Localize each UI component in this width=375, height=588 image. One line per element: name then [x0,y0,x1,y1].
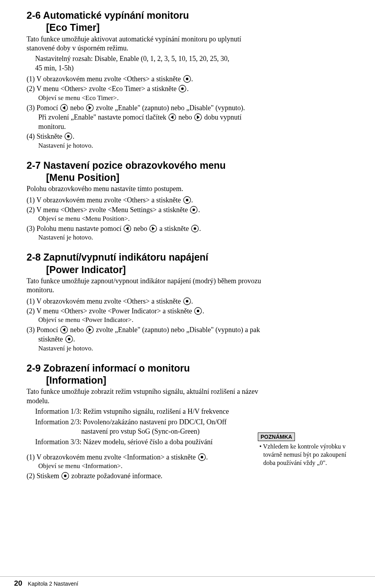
step-2-text-a: (2) Stiskem [27,472,61,480]
page-number: 20 [14,579,22,587]
step-1-text-a: (1) V obrazovkovém menu zvolte <Others> … [27,297,183,305]
step-3-text-c: a stiskněte [157,225,190,232]
range-line-2: 45 min, 1-5h) [35,64,74,72]
title-line-2: [Eco Timer] [27,21,269,34]
side-note: POZNÁMKA • Vzhledem ke kontrole výrobku … [258,433,357,467]
section-2-7-steps: (1) V obrazovkovém menu zvolte <Others> … [27,195,269,243]
step-2-note: Objeví se menu <Eco Timer>. [38,94,269,103]
enter-icon [198,453,206,461]
title-line-1: 2-8 Zapnutí/vypnutí indikátoru napájení [27,252,208,263]
enter-icon [190,206,198,214]
step-1-text-b: . [191,196,193,204]
section-2-9-intro: Tato funkce umožňuje zobrazit režim vstu… [27,387,269,406]
enter-icon [179,85,186,93]
section-2-7-intro: Polohu obrazovkového menu nastavíte tímt… [27,184,269,193]
right-arrow-icon [86,104,94,112]
step-4-text-b: . [73,132,75,140]
enter-icon [65,335,73,343]
step-1-note: Objeví se menu <Information>. [38,462,269,471]
enter-icon [183,196,191,204]
step-3-text-b: nebo [68,104,86,112]
step-3-note: Nastavení je hotovo. [38,233,269,242]
section-2-9-steps: (1) V obrazovkovém menu zvolte <Informat… [27,452,269,481]
title-line-2: [Information] [27,374,269,386]
step-2-text-b: . [187,85,189,93]
section-2-9-title: 2-9 Zobrazení informací o monitoru [Info… [27,362,269,387]
step-3-text-d: Při zvolení „Enable" nastavte pomocí tla… [38,113,168,121]
step-1-text-a: (1) V obrazovkovém menu zvolte <Others> … [27,196,183,204]
step-3-text-b: nebo [68,326,86,334]
step-1: (1) V obrazovkovém menu zvolte <Others> … [27,297,269,306]
info-2-line-b: nastavení pro vstup SoG (Sync-on-Green) [35,427,200,435]
step-4-note: Nastavení je hotovo. [38,141,269,150]
step-3-text-d: . [199,225,201,232]
note-body: • Vzhledem ke kontrole výrobku v továrně… [258,443,357,467]
step-1: (1) V obrazovkovém menu zvolte <Informat… [27,452,269,471]
step-1: (1) V obrazovkovém menu zvolte <Others> … [27,195,269,205]
step-2-text-b: . [198,206,200,214]
step-2-text-a: (2) V menu <Others> zvolte <Menu Setting… [27,206,189,214]
chapter-label: Kapitola 2 Nastavení [28,581,78,587]
step-3-text-e: nebo [177,113,194,121]
section-2-6-title: 2-6 Automatické vypínání monitoru [Eco T… [27,9,269,34]
step-4-text-a: (4) Stiskněte [27,132,64,140]
note-label: POZNÁMKA [258,433,295,441]
step-2-note: Objeví se menu <Menu Position>. [38,214,269,223]
step-3: (3) Polohu menu nastavte pomocí nebo a s… [27,224,269,242]
title-line-1: 2-9 Zobrazení informací o monitoru [27,363,190,374]
range-line-1: Nastavitelný rozsah: Disable, Enable (0,… [35,55,229,63]
step-2: (2) Stiskem zobrazte požadované informac… [27,471,269,481]
enter-icon [64,132,72,140]
enter-icon [61,472,69,480]
step-1-text-a: (1) V obrazovkovém menu zvolte <Informat… [27,453,198,461]
enter-icon [191,225,199,232]
title-line-1: 2-7 Nastavení pozice obrazovkového menu [27,160,226,171]
step-2-text-a: (2) V menu <Others> zvolte <Power Indica… [27,307,194,315]
step-2: (2) V menu <Others> zvolte <Power Indica… [27,306,269,325]
step-1-text-a: (1) V obrazovkovém menu zvolte <Others> … [27,75,183,83]
step-1-text-b: . [191,75,193,83]
title-line-2: [Power Indicator] [27,264,269,276]
step-3-text-a: (3) Pomocí [27,326,60,334]
section-2-6-range: Nastavitelný rozsah: Disable, Enable (0,… [27,54,269,73]
step-2-text-b: zobrazte požadované informace. [70,472,162,480]
step-2: (2) V menu <Others> zvolte <Eco Timer> a… [27,84,269,102]
page-footer: 20 Kapitola 2 Nastavení [0,576,375,588]
step-2-note: Objeví se menu <Power Indicator>. [38,316,269,325]
step-3-note: Nastavení je hotovo. [38,344,269,353]
left-arrow-icon [168,113,176,121]
step-3-text-a: (3) Polohu menu nastavte pomocí [27,225,123,232]
section-2-8-intro: Tato funkce umožňuje zapnout/vypnout ind… [27,277,269,295]
step-2-text-a: (2) V menu <Others> zvolte <Eco Timer> a… [27,85,178,93]
info-1: Information 1/3: Režim vstupního signálu… [27,407,269,416]
step-3-text-b: nebo [132,225,149,232]
document-page: 2-6 Automatické vypínání monitoru [Eco T… [0,0,375,588]
section-2-7-title: 2-7 Nastavení pozice obrazovkového menu … [27,159,269,184]
step-3: (3) Pomocí nebo zvolte „Enable" (zapnuto… [27,103,269,132]
step-1: (1) V obrazovkovém menu zvolte <Others> … [27,74,269,84]
enter-icon [183,297,191,305]
section-2-8-steps: (1) V obrazovkovém menu zvolte <Others> … [27,297,269,353]
step-3-text-a: (3) Pomocí [27,104,60,112]
title-line-1: 2-6 Automatické vypínání monitoru [27,10,189,21]
info-2-line-a: Information 2/3: Povoleno/zakázáno nasta… [35,418,227,426]
step-1-text-b: . [191,297,193,305]
enter-icon [183,75,191,83]
title-line-2: [Menu Position] [27,172,269,184]
right-arrow-icon [149,225,157,232]
step-3-text-c: zvolte „Enable" (zapnuto) nebo „Disable"… [94,104,245,112]
info-3: Information 3/3: Název modelu, sériové č… [27,438,269,447]
right-arrow-icon [86,326,94,334]
step-2: (2) V menu <Others> zvolte <Menu Setting… [27,205,269,223]
enter-icon [194,307,202,315]
step-3-sub: Při zvolení „Enable" nastavte pomocí tla… [38,113,269,132]
left-arrow-icon [123,225,131,232]
section-2-6-intro: Tato funkce umožňuje aktivovat automatic… [27,35,269,53]
section-2-6-steps: (1) V obrazovkovém menu zvolte <Others> … [27,74,269,150]
step-3-text-d: . [73,335,75,343]
footer-inner: 20 Kapitola 2 Nastavení [0,577,375,588]
step-4: (4) Stiskněte . Nastavení je hotovo. [27,132,269,150]
info-2: Information 2/3: Povoleno/zakázáno nasta… [27,418,269,436]
main-column: 2-6 Automatické vypínání monitoru [Eco T… [27,9,269,481]
left-arrow-icon [60,326,68,334]
